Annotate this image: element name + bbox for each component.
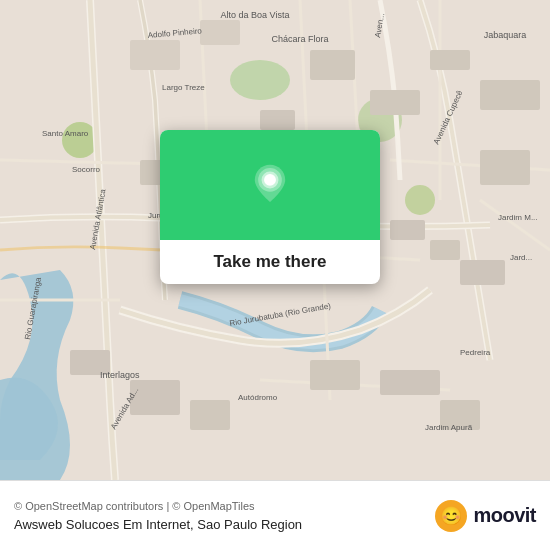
svg-rect-34	[190, 400, 230, 430]
business-name: Awsweb Solucoes Em Internet, Sao Paulo R…	[14, 517, 425, 532]
moovit-logo: 😊 moovit	[435, 500, 536, 532]
svg-rect-28	[460, 260, 505, 285]
svg-text:Jardim Apurã: Jardim Apurã	[425, 423, 473, 432]
svg-text:Largo Treze: Largo Treze	[162, 83, 205, 92]
svg-text:Pedreira: Pedreira	[460, 348, 491, 357]
svg-rect-17	[200, 20, 240, 45]
svg-text:Interlagos: Interlagos	[100, 370, 140, 380]
svg-rect-29	[480, 150, 530, 185]
take-me-there-button[interactable]: Take me there	[160, 240, 380, 284]
svg-rect-33	[130, 380, 180, 415]
svg-rect-31	[380, 370, 440, 395]
moovit-face-icon: 😊	[435, 500, 467, 532]
svg-rect-18	[260, 110, 295, 130]
svg-rect-30	[310, 360, 360, 390]
svg-text:Autódromo: Autódromo	[238, 393, 278, 402]
svg-text:Jard...: Jard...	[510, 253, 532, 262]
svg-text:Santo Amaro: Santo Amaro	[42, 129, 89, 138]
svg-point-4	[405, 185, 435, 215]
svg-rect-20	[370, 90, 420, 115]
attribution-text: © OpenStreetMap contributors | © OpenMap…	[14, 500, 255, 512]
location-pin-icon	[248, 163, 292, 207]
map-area: Alto da Boa Vista Chácara Flora Jabaquar…	[0, 0, 550, 480]
svg-text:Socorro: Socorro	[72, 165, 101, 174]
svg-rect-19	[310, 50, 355, 80]
svg-text:Jardim M...: Jardim M...	[498, 213, 538, 222]
moovit-brand-text: moovit	[473, 504, 536, 527]
svg-rect-26	[390, 220, 425, 240]
svg-text:Alto da Boa Vista: Alto da Boa Vista	[221, 10, 290, 20]
svg-text:Chácara Flora: Chácara Flora	[271, 34, 328, 44]
svg-point-1	[230, 60, 290, 100]
svg-rect-22	[480, 80, 540, 110]
svg-text:Jabaquara: Jabaquara	[484, 30, 527, 40]
popup-header	[160, 130, 380, 240]
location-popup: Take me there	[160, 130, 380, 284]
svg-point-59	[264, 174, 276, 186]
svg-rect-16	[130, 40, 180, 70]
svg-rect-27	[430, 240, 460, 260]
svg-rect-21	[430, 50, 470, 70]
bottom-bar: © OpenStreetMap contributors | © OpenMap…	[0, 480, 550, 550]
map-attribution: © OpenStreetMap contributors | © OpenMap…	[14, 499, 425, 514]
